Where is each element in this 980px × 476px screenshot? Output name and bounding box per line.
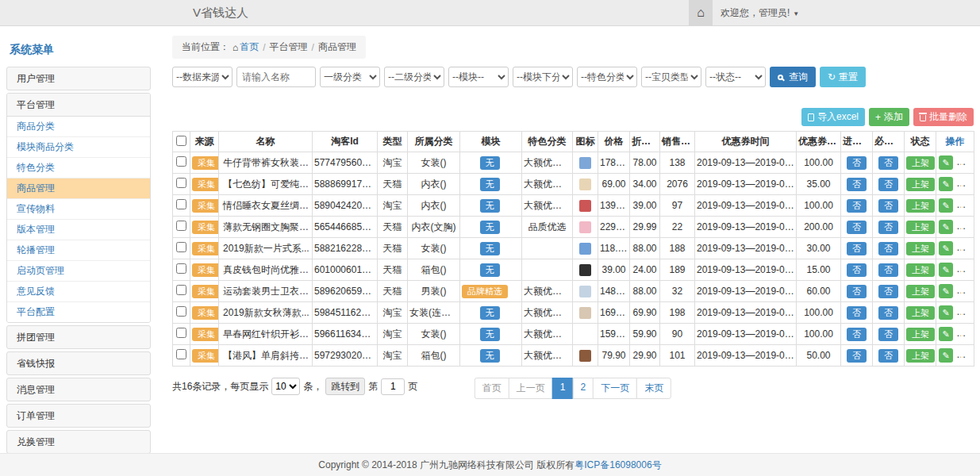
edit-button[interactable]: [939, 263, 953, 277]
filter-featured-select[interactable]: --特色分类--: [577, 67, 637, 87]
user-menu[interactable]: 欢迎您，管理员!▼: [713, 6, 807, 20]
row-checkbox[interactable]: [176, 263, 186, 274]
jump-button[interactable]: 跳转到: [325, 378, 365, 395]
edit-button[interactable]: [939, 155, 953, 170]
sidebar-item-splash-management[interactable]: 启动页管理: [7, 261, 150, 282]
status-toggle[interactable]: 上架: [906, 306, 935, 320]
page-prev[interactable]: 上一页: [509, 378, 553, 399]
must-buy-toggle[interactable]: 否: [878, 328, 898, 341]
must-buy-toggle[interactable]: 否: [878, 156, 898, 170]
status-toggle[interactable]: 上架: [906, 349, 935, 363]
import-select-toggle[interactable]: 否: [847, 263, 867, 277]
delete-button[interactable]: [957, 305, 971, 320]
import-select-toggle[interactable]: 否: [847, 306, 867, 320]
row-checkbox[interactable]: [176, 306, 186, 317]
status-toggle[interactable]: 上架: [906, 285, 935, 298]
page-last[interactable]: 末页: [636, 378, 671, 399]
import-select-toggle[interactable]: 否: [847, 328, 867, 341]
edit-button[interactable]: [939, 241, 953, 255]
delete-button[interactable]: [957, 284, 971, 298]
edit-button[interactable]: [939, 284, 953, 298]
sidebar-item-saving-express[interactable]: 省钱快报: [6, 351, 151, 375]
sidebar-item-platform-management[interactable]: 平台管理: [7, 94, 150, 117]
page-2[interactable]: 2: [573, 378, 594, 399]
delete-button[interactable]: [957, 220, 971, 234]
sidebar-item-exchange-management[interactable]: 兑换管理: [6, 430, 151, 454]
search-button[interactable]: 查询: [770, 67, 816, 87]
filter-level1-select[interactable]: 一级分类: [320, 67, 380, 87]
status-toggle[interactable]: 上架: [906, 328, 935, 341]
page-number-input[interactable]: [381, 378, 405, 395]
status-toggle[interactable]: 上架: [906, 178, 935, 191]
status-toggle[interactable]: 上架: [906, 156, 935, 170]
page-next[interactable]: 下一页: [593, 378, 637, 399]
edit-button[interactable]: [939, 220, 953, 234]
sidebar-item-platform-config[interactable]: 平台配置: [7, 302, 150, 322]
row-checkbox[interactable]: [176, 349, 186, 359]
sidebar-item-goods-management[interactable]: 商品管理: [7, 178, 150, 199]
sidebar-item-order-management[interactable]: 订单管理: [6, 404, 151, 428]
import-select-toggle[interactable]: 否: [847, 221, 867, 234]
import-select-toggle[interactable]: 否: [847, 199, 867, 213]
breadcrumb-home-link[interactable]: 首页: [240, 40, 259, 54]
filter-level2-select[interactable]: --二级分类--: [384, 67, 444, 87]
filter-module-select[interactable]: --模块--: [448, 67, 509, 87]
delete-button[interactable]: [957, 263, 971, 277]
edit-button[interactable]: [939, 177, 953, 191]
edit-button[interactable]: [939, 305, 953, 320]
must-buy-toggle[interactable]: 否: [878, 221, 898, 234]
sidebar-item-version-management[interactable]: 版本管理: [7, 220, 150, 240]
delete-button[interactable]: [957, 155, 971, 170]
import-select-toggle[interactable]: 否: [847, 349, 867, 363]
add-button[interactable]: +添加: [869, 108, 909, 126]
sidebar-item-group-buy-management[interactable]: 拼团管理: [6, 325, 151, 349]
row-checkbox[interactable]: [176, 221, 186, 231]
icp-link[interactable]: 粤ICP备16098006号: [575, 459, 661, 472]
edit-button[interactable]: [939, 348, 953, 363]
sidebar-item-feedback[interactable]: 意见反馈: [7, 282, 150, 302]
page-1[interactable]: 1: [552, 378, 574, 399]
edit-button[interactable]: [939, 198, 953, 213]
edit-button[interactable]: [939, 327, 953, 341]
delete-button[interactable]: [957, 177, 971, 191]
sidebar-item-user-management[interactable]: 用户管理: [6, 67, 151, 90]
filter-status-select[interactable]: --状态--: [705, 67, 766, 87]
must-buy-toggle[interactable]: 否: [878, 306, 898, 320]
batch-delete-button[interactable]: 批量删除: [913, 108, 974, 126]
sidebar-item-goods-category[interactable]: 商品分类: [7, 117, 150, 137]
must-buy-toggle[interactable]: 否: [878, 285, 898, 298]
row-checkbox[interactable]: [176, 328, 186, 338]
sidebar-item-promo-materials[interactable]: 宣传物料: [7, 199, 150, 220]
row-checkbox[interactable]: [176, 156, 186, 167]
filter-module-sub-select[interactable]: --模块下分类--: [513, 67, 573, 87]
status-toggle[interactable]: 上架: [906, 263, 935, 277]
sidebar-item-message-management[interactable]: 消息管理: [6, 378, 151, 401]
delete-button[interactable]: [957, 327, 971, 341]
import-select-toggle[interactable]: 否: [847, 178, 867, 191]
status-toggle[interactable]: 上架: [906, 221, 935, 234]
row-checkbox[interactable]: [176, 178, 186, 188]
row-checkbox[interactable]: [176, 199, 186, 209]
must-buy-toggle[interactable]: 否: [878, 349, 898, 363]
delete-button[interactable]: [957, 198, 971, 213]
delete-button[interactable]: [957, 241, 971, 255]
reset-button[interactable]: ↻重置: [820, 67, 866, 87]
import-select-toggle[interactable]: 否: [847, 156, 867, 170]
filter-source-select[interactable]: --数据来源--: [172, 67, 233, 87]
must-buy-toggle[interactable]: 否: [878, 263, 898, 277]
page-first[interactable]: 首页: [475, 378, 509, 399]
row-checkbox[interactable]: [176, 285, 186, 295]
import-select-toggle[interactable]: 否: [847, 285, 867, 298]
sidebar-item-module-goods-category[interactable]: 模块商品分类: [7, 137, 150, 158]
page-size-select[interactable]: 10: [271, 378, 300, 395]
filter-item-type-select[interactable]: --宝贝类型--: [641, 67, 701, 87]
import-select-toggle[interactable]: 否: [847, 242, 867, 255]
status-toggle[interactable]: 上架: [906, 199, 935, 213]
must-buy-toggle[interactable]: 否: [878, 242, 898, 255]
select-all-checkbox[interactable]: [176, 136, 186, 146]
must-buy-toggle[interactable]: 否: [878, 199, 898, 213]
row-checkbox[interactable]: [176, 242, 186, 252]
filter-name-input[interactable]: [236, 67, 316, 87]
sidebar-item-carousel-management[interactable]: 轮播管理: [7, 240, 150, 261]
import-excel-button[interactable]: 导入excel: [801, 108, 865, 126]
